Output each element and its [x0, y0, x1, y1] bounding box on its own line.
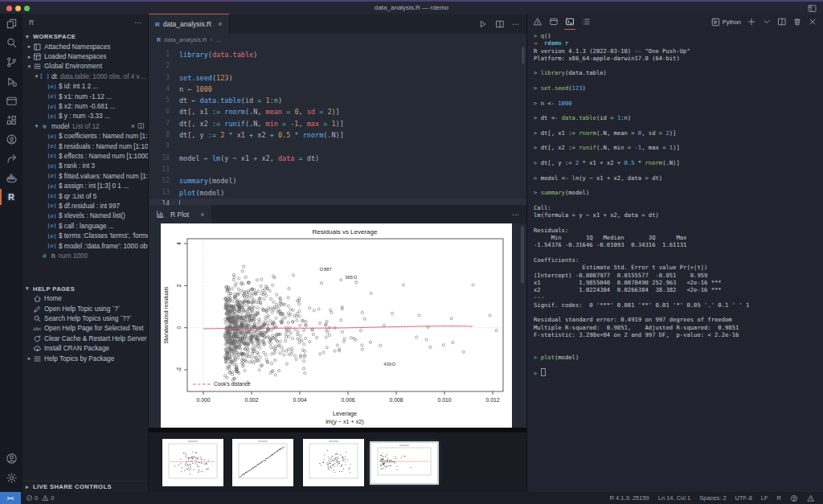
- sidebar-item-github[interactable]: [0, 129, 23, 149]
- plot-thumbnail-normal-qq[interactable]: [232, 439, 293, 486]
- new-terminal-icon[interactable]: [747, 17, 756, 27]
- language-mode-status[interactable]: R: [777, 494, 781, 502]
- split-editor-button[interactable]: [495, 19, 505, 29]
- sidebar-item-remote-window[interactable]: [0, 91, 23, 110]
- settings-button[interactable]: [0, 468, 23, 487]
- workspace-tree-item[interactable]: [∅]$ y : num -3.33 ...: [23, 112, 148, 121]
- terminal-dropdown-icon[interactable]: [762, 17, 772, 27]
- plot-more-actions-icon[interactable]: ⋯: [512, 211, 526, 219]
- workspace-tree-item[interactable]: ▾[ ]dtdata.table: 1000 obs. of 4 varia..…: [23, 72, 148, 81]
- workspace-tree-item[interactable]: [∅]$ qr :List of 5: [23, 191, 148, 201]
- workspace-section-header[interactable]: ▾ WORKSPACE: [23, 31, 148, 42]
- workspace-tree-item[interactable]: [∅]$ id: int 1 2 ...: [23, 82, 148, 92]
- workspace-tree-item[interactable]: [∅]$ fitted.values: Named num [1:10...: [23, 171, 148, 181]
- sidebar-item-search[interactable]: [0, 33, 23, 52]
- r-version-status[interactable]: R 4.1.3: 25159: [610, 494, 649, 502]
- workspace-tree-item[interactable]: [∅]$ effects : Named num [1:1000] -...: [23, 151, 148, 161]
- chevron-right-icon[interactable]: ▸: [26, 355, 33, 362]
- terminal-icon[interactable]: [565, 17, 575, 27]
- workspace-tree-item[interactable]: ▾⊕modelList of 12×: [23, 121, 148, 131]
- close-icon[interactable]: ×: [131, 122, 135, 130]
- feedback-icon[interactable]: [790, 494, 798, 502]
- workspace-tree-item[interactable]: ⊘nnum 1000: [23, 251, 148, 260]
- sidebar-item-r-extension[interactable]: R: [0, 187, 23, 207]
- workspace-tree-item[interactable]: [∅]$ terms :Classes 'terms', 'formul...: [23, 231, 148, 240]
- split-terminal-icon[interactable]: [777, 17, 787, 27]
- kill-terminal-icon[interactable]: [792, 17, 802, 27]
- workspace-tree-item[interactable]: [∅]$ df.residual : int 997: [23, 201, 148, 211]
- chevron-right-icon[interactable]: ▸: [26, 43, 33, 50]
- help-page-item[interactable]: Search Help Topics using `??`: [23, 313, 148, 323]
- workspace-tree-item[interactable]: ▾Global Environment: [23, 62, 148, 72]
- chevron-right-icon[interactable]: ▸: [26, 54, 33, 60]
- files-icon: [6, 18, 18, 30]
- tab-data-analysis[interactable]: R data_analysis.R ×: [149, 14, 230, 34]
- open-editor-icon[interactable]: [137, 122, 145, 129]
- problems-status[interactable]: 0 0: [26, 494, 54, 502]
- close-panel-icon[interactable]: [808, 17, 817, 27]
- indentation-status[interactable]: Spaces: 2: [699, 494, 726, 502]
- terminal-profile[interactable]: Python: [711, 18, 741, 27]
- sidebar-item-run-debug[interactable]: [0, 72, 23, 91]
- sidebar-item-extensions[interactable]: [0, 110, 23, 129]
- terminal-line: > dt[, x1 := rnorm(.N, mean = 0, sd = 2)…: [534, 129, 820, 137]
- search-icon: [33, 314, 42, 323]
- help-page-item[interactable]: Open Help Topic using `?`: [23, 304, 148, 313]
- help-page-item[interactable]: Home: [23, 294, 148, 304]
- customize-layout-icon[interactable]: [808, 4, 817, 13]
- plot-thumbnail-residuals-vs-fitted[interactable]: [162, 439, 223, 486]
- sidebar-item-live-share[interactable]: [0, 149, 23, 168]
- close-tab-icon[interactable]: ×: [218, 20, 222, 28]
- terminal-line: [534, 219, 820, 226]
- plot-thumbnail-residuals-vs-leverage[interactable]: [371, 443, 437, 483]
- debug-console-icon[interactable]: [581, 17, 591, 27]
- code-editor[interactable]: 1library(data.table)23set.seed(123)4n ← …: [149, 45, 526, 205]
- output-icon[interactable]: [549, 17, 559, 27]
- workspace-tree-item[interactable]: [∅]$ coefficients : Named num [1:3]...: [23, 132, 148, 141]
- plot-thumbnail-scale-location[interactable]: [303, 439, 364, 486]
- workspace-tree-item[interactable]: [∅]$ x2: num -0.681 ...: [23, 101, 148, 111]
- sidebar-item-explorer[interactable]: [0, 14, 23, 33]
- sidebar-more-icon[interactable]: ⋯: [134, 18, 141, 27]
- workspace-tree-item[interactable]: [∅]$ rank : int 3: [23, 162, 148, 171]
- terminal-output[interactable]: > q()→ rdemo rR version 4.1.3 (2022-03-1…: [534, 32, 820, 489]
- help-page-item[interactable]: Install CRAN Package: [23, 344, 148, 354]
- live-share-section-header[interactable]: ▸ LIVE SHARE CONTROLS: [23, 481, 148, 492]
- sidebar-item-source-control[interactable]: [0, 52, 23, 72]
- bell-icon[interactable]: [807, 494, 815, 502]
- workspace-tree-item[interactable]: ▸Attached Namespaces: [23, 42, 148, 51]
- plot-scrollbar[interactable]: [521, 226, 524, 284]
- chevron-right-icon: ▸: [26, 484, 33, 490]
- help-page-item[interactable]: Clear Cache & Restart Help Server: [23, 334, 148, 343]
- eol-status[interactable]: LF: [761, 494, 768, 502]
- workspace-tree-item[interactable]: [∅]$ assign : int [1:3] 0 1 ...: [23, 181, 148, 191]
- workspace-tree-item[interactable]: [∅]$ x1: num -1.12 ...: [23, 92, 148, 101]
- accounts-button[interactable]: [0, 449, 23, 468]
- workspace-tree-item[interactable]: [∅]$ xlevels : Named list(): [23, 211, 148, 221]
- run-file-button[interactable]: [478, 19, 488, 29]
- workspace-tree-item[interactable]: [∅]$ call : language ...: [23, 221, 148, 231]
- chevron-down-icon[interactable]: ▾: [33, 123, 40, 129]
- problems-icon[interactable]: [533, 17, 543, 27]
- help-page-item[interactable]: abcOpen Help Page for Selected Text: [23, 324, 148, 334]
- help-page-item[interactable]: ▸Help Topics by Package: [23, 354, 148, 363]
- remote-indicator[interactable]: ><: [0, 492, 21, 504]
- cursor-position-status[interactable]: Ln 14, Col 1: [658, 494, 690, 502]
- workspace-tree-item[interactable]: [∅]$ residuals : Named num [1:1000...: [23, 141, 148, 151]
- tree-item-label: $ xlevels : Named list(): [59, 212, 125, 219]
- terminal-line: Coefficients:: [534, 256, 820, 264]
- editor-more-actions-icon[interactable]: ⋯: [512, 20, 519, 28]
- encoding-status[interactable]: UTF-8: [735, 494, 752, 502]
- close-plot-tab-icon[interactable]: ×: [200, 211, 204, 219]
- chevron-down-icon[interactable]: ▾: [26, 64, 33, 70]
- svg-text:-2: -2: [176, 367, 182, 372]
- help-pages-section-header[interactable]: ▾ HELP PAGES: [23, 284, 148, 294]
- breadcrumb[interactable]: R data_analysis.R › …: [149, 34, 526, 45]
- workspace-tree-item[interactable]: [∅]$ model :'data.frame': 1000 obs. ...: [23, 241, 148, 251]
- sidebar-item-containers[interactable]: [0, 168, 23, 187]
- tab-r-plot[interactable]: R Plot ×: [149, 205, 211, 223]
- terminal-line: Platform: x86_64-apple-darwin17.0 (64-bi…: [534, 55, 820, 62]
- r-plot-canvas[interactable]: Residuals vs Leverage-20240.0000.0020.00…: [161, 223, 512, 428]
- editor-scrollbar[interactable]: [522, 47, 525, 64]
- workspace-tree-item[interactable]: ▸Loaded Namespaces: [23, 51, 148, 61]
